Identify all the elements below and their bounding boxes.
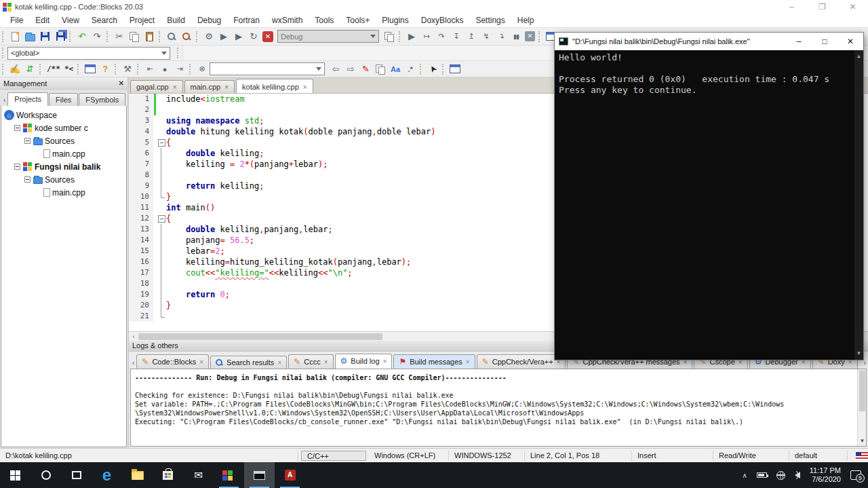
minimize-icon[interactable]: – (776, 0, 807, 14)
toolbar-gripper[interactable] (420, 64, 422, 75)
menu-tools[interactable]: Tools (309, 14, 340, 27)
tray-chevron-icon[interactable]: ∧ (742, 472, 747, 479)
console-taskbar-button[interactable] (244, 462, 275, 488)
start-button[interactable] (0, 462, 31, 488)
find-button[interactable] (165, 30, 178, 43)
toolbar-gripper[interactable] (196, 31, 199, 42)
build-button[interactable]: ⚙ (202, 30, 216, 43)
editor-tab-main-cpp[interactable]: main.cpp× (184, 80, 235, 93)
menu-fortran[interactable]: Fortran (227, 14, 266, 27)
tree-item-kode-sumber-c[interactable]: kode sumber c (1, 121, 126, 134)
next-bookmark-button[interactable]: ⇥ (173, 62, 186, 76)
doxyblocks-run-button[interactable]: ⇵ (23, 62, 37, 76)
console-scroll-down-icon[interactable]: ▼ (854, 348, 863, 359)
log-tab-cppcheck-vera-[interactable]: ✎CppCheck/Vera++× (477, 354, 566, 369)
menu-debug[interactable]: Debug (191, 14, 227, 27)
tree-item-main-cpp[interactable]: main.cpp (1, 147, 126, 160)
tab-close-icon[interactable]: × (277, 359, 281, 367)
menu-build[interactable]: Build (161, 14, 191, 27)
match-case-button[interactable]: Aa (389, 62, 402, 76)
cut-button[interactable]: ✂ (113, 30, 126, 43)
expander-icon[interactable] (14, 164, 20, 170)
restore-icon[interactable]: ❐ (807, 0, 837, 14)
log-tab-cccc[interactable]: ✎Cccc× (288, 354, 333, 369)
toolbar-gripper[interactable] (2, 31, 5, 42)
tab-close-icon[interactable]: × (199, 358, 203, 366)
build-and-run-button[interactable]: ▶ (232, 30, 245, 43)
console-maximize-icon[interactable]: □ (812, 33, 837, 50)
pause-debug-button[interactable]: ▮▮ (509, 30, 523, 43)
stop-debug-button[interactable]: ✕ (525, 31, 535, 41)
block-comment-button[interactable]: /** (45, 64, 62, 73)
paste-button[interactable] (142, 30, 156, 43)
editor-tab-kotak-keliling-cpp[interactable]: kotak keliling.cpp× (236, 79, 313, 93)
console-titlebar[interactable]: "D:\Fungsi nilai balik\bin\Debug\Fungsi … (555, 33, 863, 50)
step-into-button[interactable]: ↧ (450, 30, 463, 43)
debug-continue-button[interactable]: ▶ (405, 30, 418, 43)
task-view-button[interactable] (61, 462, 92, 488)
menu-tools-[interactable]: Tools+ (340, 14, 376, 27)
tree-item-main-cpp[interactable]: main.cpp (1, 186, 126, 199)
log-vscrollbar[interactable]: ▼ (857, 369, 866, 446)
acrobat-taskbar-button[interactable]: A (275, 462, 305, 488)
tab-close-icon[interactable]: × (224, 83, 229, 91)
clock[interactable]: 11:17 PM 7/6/2020 (810, 466, 841, 484)
menu-file[interactable]: File (4, 14, 29, 27)
clear-search-button[interactable]: ⊗ (195, 62, 209, 76)
expander-icon[interactable] (24, 176, 31, 183)
toolbar-gripper[interactable] (137, 64, 140, 75)
menu-view[interactable]: View (56, 14, 85, 27)
toolbar-gripper[interactable] (399, 31, 401, 42)
close-icon[interactable]: ✕ (837, 0, 868, 14)
tree-item-fungsi-nilai-balik[interactable]: Fungsi nilai balik (1, 160, 126, 173)
store-button[interactable] (153, 462, 183, 488)
prev-bookmark-button[interactable]: ⇤ (143, 62, 157, 76)
mail-button[interactable]: ✉ (183, 462, 214, 488)
doxy-help-button[interactable]: ? (98, 62, 112, 76)
console-vscrollbar[interactable]: ▲ ▼ (854, 50, 863, 360)
notifications-icon[interactable]: 5 (850, 470, 861, 480)
doxy-image-button[interactable] (83, 62, 97, 76)
copy-button[interactable] (127, 30, 141, 43)
doxy-settings-button[interactable]: ⚒ (121, 62, 134, 76)
line-comment-button[interactable]: *< (62, 64, 75, 73)
tab-close-icon[interactable]: × (173, 83, 177, 91)
edge-button[interactable]: e (92, 462, 122, 488)
tab-fsymbols[interactable]: FSymbols (79, 93, 125, 106)
incremental-search-input[interactable] (210, 62, 325, 75)
log-tab-build-log[interactable]: ⚙Build log× (335, 354, 393, 369)
console-scroll-up-icon[interactable]: ▲ (854, 51, 863, 62)
highlight-occurrences-button[interactable]: ✎ (359, 62, 372, 76)
menu-help[interactable]: Help (511, 14, 540, 27)
run-button[interactable]: ▶ (217, 30, 231, 43)
console-minimize-icon[interactable]: – (786, 33, 812, 50)
save-button[interactable] (38, 30, 52, 43)
cortana-button[interactable] (31, 462, 61, 488)
redo-button[interactable]: ↷ (90, 30, 104, 43)
hscroll-thumb[interactable] (138, 333, 382, 340)
tabs-scroll-left-icon[interactable]: ‹ (1, 94, 7, 106)
wxsmith-window-button[interactable] (448, 62, 462, 76)
next-instruction-button[interactable]: ↯ (479, 30, 493, 43)
toolbar-gripper[interactable] (2, 64, 5, 75)
menu-wxsmith[interactable]: wxSmith (266, 14, 309, 27)
menu-edit[interactable]: Edit (29, 14, 56, 27)
tab-projects[interactable]: Projects (7, 92, 48, 106)
console-output[interactable]: Hello world! Process returned 0 (0x0) ex… (555, 50, 863, 360)
save-all-button[interactable] (53, 30, 66, 43)
menu-settings[interactable]: Settings (469, 14, 511, 27)
tab-files[interactable]: Files (49, 93, 78, 106)
menu-search[interactable]: Search (85, 14, 123, 27)
tree-item-sources[interactable]: Sources (1, 134, 126, 147)
log-tab-search-results[interactable]: Search results× (210, 356, 287, 369)
search-back-button[interactable]: ⇦ (329, 62, 342, 76)
log-vscroll-thumb[interactable] (859, 371, 865, 411)
fold-marker[interactable] (157, 213, 166, 224)
battery-icon[interactable] (757, 472, 767, 478)
doxyblocks-extract-button[interactable]: ✍ (8, 62, 22, 76)
toolbar-gripper[interactable] (189, 64, 192, 75)
tab-close-icon[interactable]: × (383, 358, 387, 365)
log-tab-build-messages[interactable]: ⚑Build messages× (393, 354, 475, 369)
build-target-select[interactable]: Debug (277, 30, 379, 43)
menu-plugins[interactable]: Plugins (376, 14, 414, 27)
